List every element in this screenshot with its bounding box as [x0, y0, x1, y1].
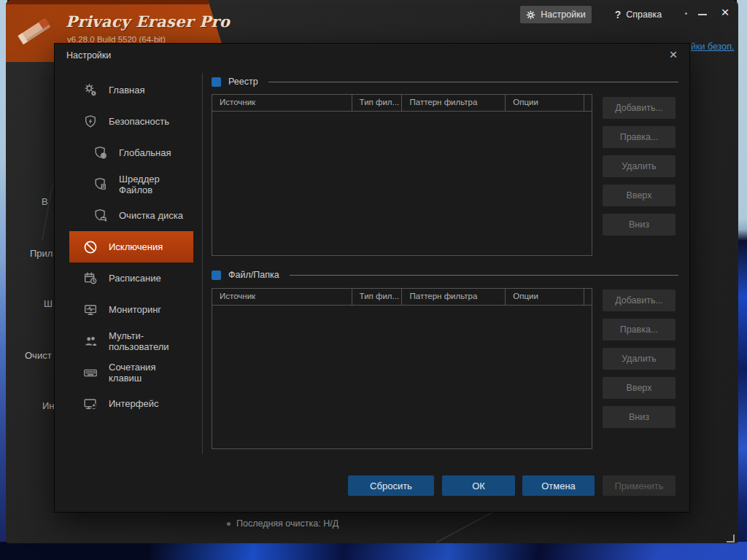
- column-source[interactable]: Источник: [212, 95, 352, 111]
- table-header-row: Источник Тип фил... Паттерн фильтра Опци…: [212, 289, 592, 306]
- sidebar-item-label: Главная: [109, 85, 183, 96]
- column-filter-pattern[interactable]: Паттерн фильтра: [402, 289, 506, 305]
- sidebar-item-main[interactable]: Главная: [69, 74, 193, 106]
- sidebar-item-label: Безопасность: [109, 116, 183, 127]
- sidebar-item-label: Глобальная: [119, 147, 193, 158]
- gears-icon: [82, 82, 98, 98]
- settings-button[interactable]: Настройки: [520, 6, 592, 23]
- file-edit-button[interactable]: Правка...: [603, 319, 676, 341]
- sidebar-item-schedule[interactable]: Расписание: [69, 262, 193, 294]
- help-button[interactable]: ? Справка: [611, 6, 665, 23]
- help-button-label: Справка: [626, 9, 662, 20]
- section-rule: [290, 275, 678, 276]
- settings-dialog: Настройки × Главная Безопасность: [55, 44, 689, 512]
- column-source[interactable]: Источник: [212, 289, 352, 305]
- shield-globe-icon: [93, 145, 109, 161]
- section-label: Реестр: [228, 77, 258, 87]
- file-delete-button[interactable]: Удалить: [603, 348, 676, 370]
- registry-checkbox[interactable]: [212, 77, 221, 87]
- sidebar-item-label: Очистка диска: [119, 210, 193, 221]
- sidebar-item-multi-user[interactable]: Мульти-пользователи: [69, 325, 193, 357]
- background-nav-fragment[interactable]: Ин: [42, 400, 55, 411]
- background-nav-fragment[interactable]: Ш: [44, 298, 53, 309]
- table-header-row: Источник Тип фил... Паттерн фильтра Опци…: [212, 95, 592, 112]
- registry-exclusions-table[interactable]: Источник Тип фил... Паттерн фильтра Опци…: [212, 94, 592, 256]
- sidebar-item-label: Расписание: [109, 273, 183, 284]
- column-spacer: [584, 289, 592, 305]
- section-label: Файл/Папка: [228, 270, 279, 280]
- apply-button[interactable]: Применить: [603, 475, 676, 496]
- sidebar-item-disk-wiper[interactable]: Очистка диска: [69, 200, 193, 231]
- file-folder-checkbox[interactable]: [212, 271, 221, 280]
- security-settings-link[interactable]: йки безоп.: [691, 42, 734, 52]
- interface-icon: [82, 396, 98, 412]
- background-nav-fragment[interactable]: В: [42, 196, 48, 207]
- registry-edit-button[interactable]: Правка...: [603, 126, 676, 148]
- file-folder-exclusions-table[interactable]: Источник Тип фил... Паттерн фильтра Опци…: [212, 288, 592, 449]
- settings-button-label: Настройки: [541, 9, 585, 20]
- sidebar-item-monitoring[interactable]: Мониторинг: [69, 294, 193, 325]
- sidebar-item-label: Шреддер Файлов: [119, 174, 193, 195]
- cancel-button[interactable]: Отмена: [522, 475, 595, 496]
- calendar-clock-icon: [82, 271, 98, 287]
- registry-down-button[interactable]: Вниз: [603, 214, 676, 236]
- sidebar-item-hotkeys[interactable]: Сочетания клавиш: [69, 357, 193, 388]
- file-add-button[interactable]: Добавить...: [603, 289, 676, 311]
- users-icon: [82, 333, 98, 349]
- bullet-icon: [227, 522, 231, 526]
- column-options[interactable]: Опции: [506, 95, 584, 111]
- keyboard-icon: [82, 365, 98, 381]
- shield-file-icon: [93, 176, 109, 192]
- dialog-close-button[interactable]: ×: [665, 46, 682, 63]
- status-line-clean: Последняя очистка: Н/Д: [227, 518, 338, 529]
- wallpaper-right-strip: [737, 0, 747, 560]
- column-filter-pattern[interactable]: Паттерн фильтра: [402, 95, 506, 111]
- minimize-button[interactable]: [698, 14, 707, 15]
- app-version: v6.28.0 Build 5520 (64-bit): [67, 35, 166, 44]
- column-filter-type[interactable]: Тип фил...: [352, 95, 403, 111]
- sidebar-item-label: Мульти-пользователи: [109, 330, 183, 352]
- registry-add-button[interactable]: Добавить...: [603, 97, 676, 119]
- section-rule: [268, 82, 678, 82]
- shield-eraser-icon: [93, 208, 109, 224]
- monitor-pulse-icon: [82, 302, 98, 318]
- prohibition-icon: [82, 239, 98, 255]
- sidebar-item-security[interactable]: Безопасность: [69, 106, 193, 137]
- file-up-button[interactable]: Вверх: [603, 377, 676, 399]
- app-title: Privacy Eraser Pro: [66, 12, 230, 31]
- ok-button[interactable]: ОК: [442, 475, 515, 496]
- background-nav-fragment[interactable]: Прил: [30, 248, 53, 259]
- resize-grip[interactable]: [727, 534, 735, 542]
- window-close-button[interactable]: ×: [717, 4, 733, 21]
- sidebar-item-global[interactable]: Глобальная: [69, 137, 193, 168]
- sidebar-item-exclusions[interactable]: Исключения: [69, 231, 193, 262]
- screen: { "app": { "title": "Privacy Eraser Pro"…: [0, 0, 747, 560]
- titlebar-dot: [685, 12, 687, 15]
- column-spacer: [584, 95, 592, 111]
- gear-icon: [526, 10, 535, 20]
- file-down-button[interactable]: Вниз: [603, 406, 676, 428]
- column-filter-type[interactable]: Тип фил...: [352, 289, 403, 305]
- column-options[interactable]: Опции: [506, 289, 584, 305]
- sidebar-item-label: Сочетания клавиш: [109, 362, 183, 384]
- background-nav-fragment[interactable]: Очист: [25, 350, 52, 361]
- section-header-registry: Реестр: [212, 77, 678, 87]
- sidebar-item-file-shredder[interactable]: Шреддер Файлов: [69, 168, 193, 200]
- question-mark-icon: ?: [615, 9, 622, 20]
- shield-bolt-icon: [82, 114, 98, 130]
- sidebar-item-interface[interactable]: Интерфейс: [69, 388, 193, 419]
- sidebar-divider: [202, 73, 203, 454]
- sidebar-item-label: Исключения: [109, 241, 183, 252]
- dialog-sidebar: Главная Безопасность Глобальная Шре: [69, 74, 193, 419]
- banner-top-strip: [6, 0, 209, 4]
- sidebar-item-label: Интерфейс: [109, 398, 183, 409]
- reset-button[interactable]: Сбросить: [348, 475, 434, 496]
- registry-up-button[interactable]: Вверх: [603, 184, 676, 206]
- section-header-file-folder: Файл/Папка: [212, 270, 678, 280]
- wallpaper-bottom-strip: [0, 542, 747, 560]
- sidebar-item-label: Мониторинг: [109, 304, 183, 315]
- dialog-title: Настройки: [66, 50, 111, 61]
- registry-delete-button[interactable]: Удалить: [603, 155, 676, 177]
